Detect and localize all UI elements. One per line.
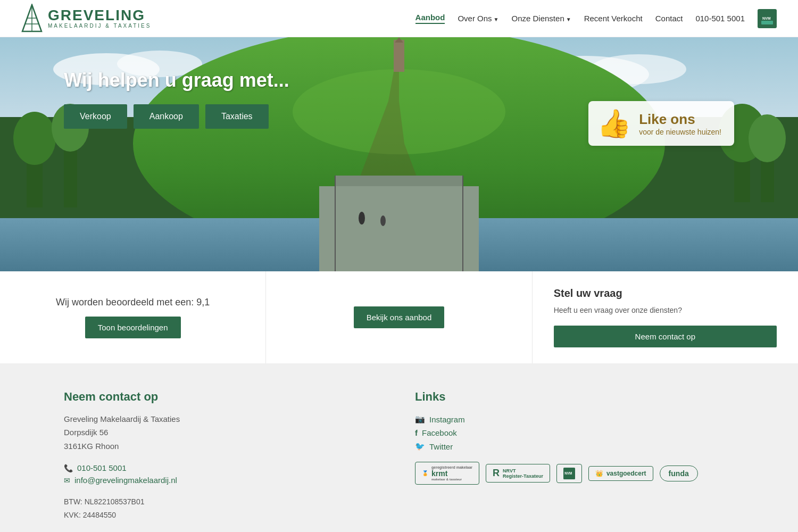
hero-section: Wij helpen u graag met... Verkoop Aankoo… bbox=[0, 37, 798, 271]
svg-text:NVM: NVM bbox=[762, 16, 771, 20]
nvm-logo: NVM bbox=[760, 11, 775, 26]
footer-email-link[interactable]: ✉ info@grevelingmakelaardij.nl bbox=[64, 476, 383, 485]
footer-kvk: KVK: 24484550 bbox=[64, 509, 383, 522]
phone-icon: 📞 bbox=[64, 464, 73, 472]
twitter-icon: 🐦 bbox=[415, 442, 425, 451]
vastgoedcert-icon: 👑 bbox=[595, 470, 603, 477]
footer-phone: 010-501 5001 bbox=[77, 463, 127, 472]
question-block: Stel uw vraag Heeft u een vraag over onz… bbox=[533, 271, 798, 363]
nav-onze-diensten[interactable]: Onze Diensten▼ bbox=[512, 14, 571, 23]
svg-point-30 bbox=[359, 212, 365, 225]
instagram-icon: 📷 bbox=[415, 414, 425, 424]
footer-links-heading: Links bbox=[415, 390, 734, 404]
nav-over-ons[interactable]: Over Ons▼ bbox=[458, 14, 498, 23]
footer-logos: 🏅 geregistreerd makelaar krmt makelaar &… bbox=[415, 462, 734, 485]
svg-rect-26 bbox=[319, 186, 479, 271]
toon-beoordelingen-button[interactable]: Toon beoordelingen bbox=[85, 317, 181, 338]
footer-company-name: Greveling Makelaardij & Taxaties bbox=[64, 414, 383, 423]
krmt-icon: 🏅 bbox=[422, 470, 428, 476]
footer-links: Links 📷 Instagram f Facebook 🐦 Twitter 🏅… bbox=[415, 390, 734, 522]
logo[interactable]: GREVELING MAKELAARDIJ & TAXATIES bbox=[21, 4, 151, 33]
footer: Neem contact op Greveling Makelaardij & … bbox=[0, 363, 798, 532]
krmt-logo: 🏅 geregistreerd makelaar krmt makelaar &… bbox=[415, 462, 479, 485]
aankoop-button[interactable]: Aankoop bbox=[134, 104, 199, 129]
footer-twitter-link[interactable]: 🐦 Twitter bbox=[415, 442, 734, 451]
vastgoedcert-logo: 👑 vastgoedcert bbox=[588, 466, 653, 481]
footer-contact: Neem contact op Greveling Makelaardij & … bbox=[64, 390, 383, 522]
like-sub: voor de nieuwste huizen! bbox=[639, 128, 721, 136]
footer-btw: BTW: NL822108537B01 KVK: 24484550 bbox=[64, 495, 383, 522]
thumbs-up-icon: 👍 bbox=[597, 110, 631, 137]
dropdown-arrow-2: ▼ bbox=[566, 16, 571, 22]
footer-facebook-link[interactable]: f Facebook bbox=[415, 428, 734, 437]
neem-contact-op-button[interactable]: Neem contact op bbox=[554, 326, 777, 347]
question-text: Heeft u een vraag over onze diensten? bbox=[554, 305, 777, 316]
taxaties-button[interactable]: Taxaties bbox=[205, 104, 269, 129]
rating-label: Wij worden beoordeeld met een: 9,1 bbox=[21, 297, 244, 308]
dropdown-arrow: ▼ bbox=[494, 16, 499, 22]
nav-aanbod[interactable]: Aanbod bbox=[415, 13, 445, 24]
facebook-icon: f bbox=[415, 428, 418, 437]
footer-email: info@grevelingmakelaardij.nl bbox=[74, 476, 177, 485]
question-title: Stel uw vraag bbox=[554, 287, 777, 300]
footer-address-line2: 3161KG Rhoon bbox=[64, 442, 119, 451]
footer-contact-heading: Neem contact op bbox=[64, 390, 383, 404]
nvm-logo-icon: NVM bbox=[563, 468, 575, 479]
funda-logo: funda bbox=[660, 466, 698, 481]
bekijk-aanbod-button[interactable]: Bekijk ons aanbod bbox=[354, 306, 445, 328]
svg-point-31 bbox=[380, 215, 386, 226]
rating-block: Wij worden beoordeeld met een: 9,1 Toon … bbox=[0, 271, 266, 363]
info-strip: Wij worden beoordeeld met een: 9,1 Toon … bbox=[0, 271, 798, 363]
nav-recent-verkocht[interactable]: Recent Verkocht bbox=[584, 14, 643, 23]
like-badge[interactable]: 👍 Like ons voor de nieuwste huizen! bbox=[588, 101, 734, 146]
nrvt-icon: R bbox=[493, 468, 500, 479]
logo-title: GREVELING bbox=[48, 8, 151, 23]
nrvt-logo: R NRVT Register-Taxateur bbox=[486, 464, 550, 483]
like-text: Like ons voor de nieuwste huizen! bbox=[639, 111, 721, 136]
logo-subtitle: MAKELAARDIJ & TAXATIES bbox=[48, 23, 151, 29]
footer-btw-number: BTW: NL822108537B01 bbox=[64, 495, 383, 509]
footer-phone-link[interactable]: 📞 010-501 5001 bbox=[64, 463, 383, 472]
svg-rect-6 bbox=[761, 21, 773, 24]
header: GREVELING MAKELAARDIJ & TAXATIES Aanbod … bbox=[0, 0, 798, 37]
logo-icon bbox=[21, 4, 43, 33]
like-main: Like ons bbox=[639, 111, 721, 128]
nav-contact[interactable]: Contact bbox=[655, 14, 683, 23]
nav-phone: 010-501 5001 bbox=[695, 14, 745, 23]
verkoop-button[interactable]: Verkoop bbox=[64, 104, 127, 129]
main-nav: Aanbod Over Ons▼ Onze Diensten▼ Recent V… bbox=[415, 9, 777, 28]
svg-text:NVM: NVM bbox=[564, 471, 572, 475]
nvm-logo-footer: NVM bbox=[556, 464, 582, 483]
svg-rect-27 bbox=[335, 176, 463, 186]
nvm-badge: NVM bbox=[758, 9, 777, 28]
email-icon: ✉ bbox=[64, 476, 70, 485]
aanbod-block: Bekijk ons aanbod bbox=[266, 271, 532, 363]
footer-instagram-link[interactable]: 📷 Instagram bbox=[415, 414, 734, 424]
footer-address-line1: Dorpsdijk 56 bbox=[64, 428, 108, 437]
hero-title: Wij helpen u graag met... bbox=[64, 69, 798, 92]
footer-address: Dorpsdijk 56 3161KG Rhoon bbox=[64, 426, 383, 453]
